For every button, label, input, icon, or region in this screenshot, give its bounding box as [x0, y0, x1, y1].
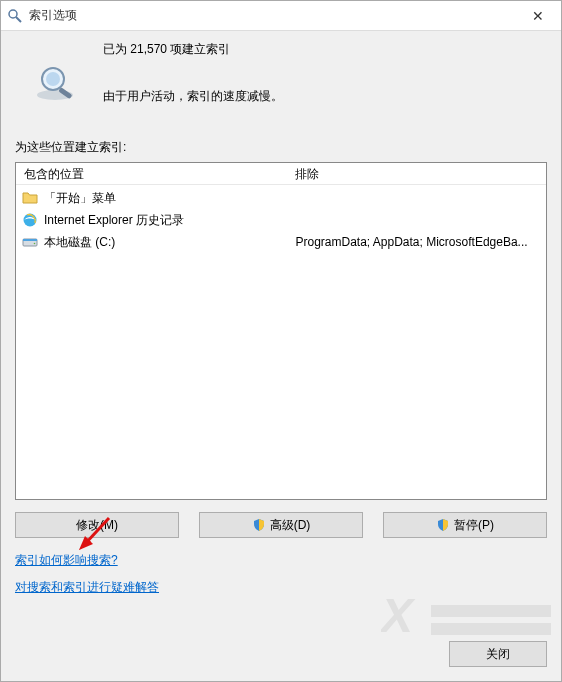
howto-link[interactable]: 索引如何影响搜索? [15, 552, 118, 569]
svg-point-4 [46, 72, 60, 86]
list-item-label: 「开始」菜单 [44, 190, 116, 207]
indexed-locations-list: 包含的位置 「开始」菜单 Internet Explorer 历史记录 [15, 162, 547, 500]
magnifier-icon [33, 61, 81, 109]
svg-rect-14 [431, 605, 551, 617]
search-options-icon [7, 8, 23, 24]
svg-text:X: X [381, 589, 416, 642]
button-row: 修改(M) 高级(D) 暂停(P) [15, 512, 547, 538]
excluded-column: 排除 ProgramData; AppData; MicrosoftEdgeBa… [287, 163, 546, 499]
excluded-rows: ProgramData; AppData; MicrosoftEdgeBa... [287, 185, 546, 499]
list-item[interactable]: 「开始」菜单 [16, 187, 287, 209]
included-column: 包含的位置 「开始」菜单 Internet Explorer 历史记录 [16, 163, 287, 499]
indexing-speed-label: 由于用户活动，索引的速度减慢。 [103, 88, 283, 105]
list-item[interactable]: 本地磁盘 (C:) [16, 231, 287, 253]
svg-marker-12 [79, 536, 93, 550]
exclude-cell: ProgramData; AppData; MicrosoftEdgeBa... [287, 231, 546, 253]
svg-marker-11 [79, 538, 91, 550]
modify-button[interactable]: 修改(M) [15, 512, 179, 538]
excluded-header[interactable]: 排除 [287, 163, 546, 185]
svg-point-0 [9, 10, 17, 18]
close-button-label: 关闭 [486, 646, 510, 663]
modify-button-label: 修改(M) [76, 517, 118, 534]
list-item-label: 本地磁盘 (C:) [44, 234, 115, 251]
included-rows: 「开始」菜单 Internet Explorer 历史记录 本地磁盘 (C:) [16, 185, 287, 499]
window-close-button[interactable]: ✕ [515, 1, 561, 31]
exclude-cell [287, 209, 546, 231]
indexed-count-label: 已为 21,570 项建立索引 [103, 41, 283, 58]
indexing-options-window: 索引选项 ✕ 已为 21,570 项建立索引 由于用户活动，索引的速度减慢。 为… [0, 0, 562, 682]
list-item[interactable]: Internet Explorer 历史记录 [16, 209, 287, 231]
included-header[interactable]: 包含的位置 [16, 163, 287, 185]
content-area: 已为 21,570 项建立索引 由于用户活动，索引的速度减慢。 为这些位置建立索… [1, 31, 561, 681]
pause-button[interactable]: 暂停(P) [383, 512, 547, 538]
shield-icon [436, 518, 450, 532]
troubleshoot-link[interactable]: 对搜索和索引进行疑难解答 [15, 579, 159, 596]
status-block: 已为 21,570 项建立索引 由于用户活动，索引的速度减慢。 [15, 41, 547, 109]
locations-label: 为这些位置建立索引: [15, 139, 547, 156]
watermark: X [381, 587, 561, 647]
pause-button-label: 暂停(P) [454, 517, 494, 534]
svg-line-1 [16, 17, 21, 22]
close-icon: ✕ [532, 8, 544, 24]
advanced-button-label: 高级(D) [270, 517, 311, 534]
advanced-button[interactable]: 高级(D) [199, 512, 363, 538]
status-text: 已为 21,570 项建立索引 由于用户活动，索引的速度减慢。 [81, 41, 283, 105]
drive-icon [22, 234, 38, 250]
window-title: 索引选项 [29, 7, 515, 24]
titlebar: 索引选项 ✕ [1, 1, 561, 31]
exclude-cell [287, 187, 546, 209]
close-button[interactable]: 关闭 [449, 641, 547, 667]
svg-point-9 [34, 243, 36, 245]
svg-rect-15 [431, 623, 551, 635]
folder-icon [22, 190, 38, 206]
footer: 关闭 [15, 641, 547, 667]
list-item-label: Internet Explorer 历史记录 [44, 212, 184, 229]
ie-icon [22, 212, 38, 228]
help-links: 索引如何影响搜索? 对搜索和索引进行疑难解答 [15, 552, 547, 596]
svg-rect-8 [23, 239, 37, 241]
shield-icon [252, 518, 266, 532]
